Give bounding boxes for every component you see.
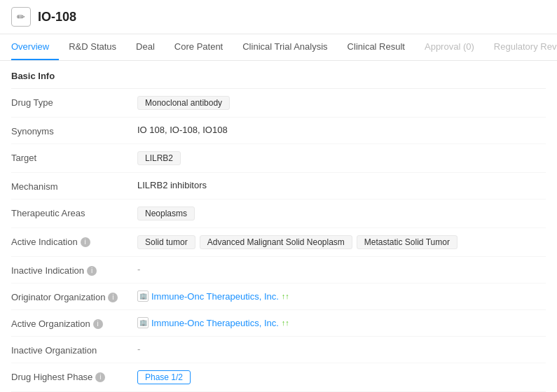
info-row: Originator Organizationi🏢Immune-Onc Ther… [11, 284, 546, 310]
text-value: IO 108, IO-108, IO108 [137, 125, 228, 135]
page-title: IO-108 [38, 10, 76, 24]
row-label: Target [11, 151, 137, 163]
org-icon: 🏢 [137, 317, 149, 328]
row-value: 🏢Immune-Onc Therapeutics, Inc.↑↑ [137, 317, 546, 328]
org-link[interactable]: 🏢Immune-Onc Therapeutics, Inc.↑↑ [137, 317, 289, 328]
row-value: LILRB2 inhibitors [137, 180, 546, 190]
row-label: Originator Organizationi [11, 290, 137, 302]
info-row: SynonymsIO 108, IO-108, IO108 [11, 118, 546, 144]
org-link[interactable]: 🏢Immune-Onc Therapeutics, Inc.↑↑ [137, 290, 289, 302]
drug-icon: ✏ [11, 7, 31, 27]
empty-value: - [137, 264, 140, 274]
row-value: Solid tumorAdvanced Malignant Solid Neop… [137, 235, 546, 249]
page-header: ✏ IO-108 [0, 0, 557, 34]
empty-value: - [137, 344, 140, 354]
row-value: Neoplasms [137, 206, 546, 220]
tag: Advanced Malignant Solid Neoplasm [200, 235, 352, 249]
row-label: Mechanism [11, 180, 137, 192]
info-icon[interactable]: i [81, 237, 90, 247]
tag: LILRB2 [137, 151, 181, 165]
row-label: Drug Type [11, 96, 137, 108]
info-row: Inactive Organization- [11, 337, 546, 363]
section-title-basic-info: Basic Info [11, 61, 546, 89]
row-label: Inactive Indicationi [11, 264, 137, 276]
tab-r-d-status[interactable]: R&D Status [59, 34, 126, 60]
info-row: Therapeutic AreasNeoplasms [11, 200, 546, 228]
row-value: 🏢Immune-Onc Therapeutics, Inc.↑↑ [137, 290, 546, 302]
tag: Metastatic Solid Tumor [357, 235, 458, 249]
tab-regulatory-review--0-: Regulatory Review (0) [484, 34, 557, 60]
tab-approval--0-: Approval (0) [415, 34, 484, 60]
row-value: - [137, 344, 546, 354]
tab-clinical-result[interactable]: Clinical Result [338, 34, 415, 60]
org-name: Immune-Onc Therapeutics, Inc. [151, 318, 279, 328]
row-value: - [137, 264, 546, 274]
row-label: Inactive Organization [11, 344, 137, 356]
row-label: Active Organizationi [11, 317, 137, 329]
row-label: Drug Highest Phasei [11, 370, 137, 382]
tag: Solid tumor [137, 235, 195, 249]
row-value: IO 108, IO-108, IO108 [137, 125, 546, 135]
tab-deal[interactable]: Deal [126, 34, 165, 60]
info-icon[interactable]: i [95, 372, 105, 382]
row-label: Therapeutic Areas [11, 206, 137, 218]
row-value: Phase 1/2 [137, 370, 546, 384]
info-row: MechanismLILRB2 inhibitors [11, 173, 546, 200]
info-row: Inactive Indicationi- [11, 257, 546, 284]
info-table: Drug TypeMonoclonal antibodySynonymsIO 1… [11, 89, 546, 392]
org-icon: 🏢 [137, 290, 149, 302]
row-label: Synonyms [11, 125, 137, 136]
phase-tag: Phase 1/2 [137, 370, 191, 384]
info-icon[interactable]: i [108, 293, 118, 302]
trend-icon: ↑↑ [282, 292, 289, 300]
tab-clinical-trial-analysis[interactable]: Clinical Trial Analysis [233, 34, 337, 60]
nav-tabs: OverviewR&D StatusDealCore PatentClinica… [0, 34, 557, 61]
tag: Neoplasms [137, 206, 195, 220]
tag: Monoclonal antibody [137, 96, 230, 110]
row-value: Monoclonal antibody [137, 96, 546, 110]
info-icon[interactable]: i [87, 266, 97, 276]
info-row: Drug Highest PhaseiPhase 1/2 [11, 363, 546, 392]
info-row: Active IndicationiSolid tumorAdvanced Ma… [11, 228, 546, 257]
info-row: TargetLILRB2 [11, 144, 546, 173]
info-row: Active Organizationi🏢Immune-Onc Therapeu… [11, 310, 546, 337]
info-row: Drug TypeMonoclonal antibody [11, 89, 546, 118]
main-content: Basic Info Drug TypeMonoclonal antibodyS… [0, 61, 557, 392]
row-value: LILRB2 [137, 151, 546, 165]
tab-core-patent[interactable]: Core Patent [165, 34, 233, 60]
tab-overview[interactable]: Overview [11, 34, 59, 60]
org-name: Immune-Onc Therapeutics, Inc. [151, 291, 279, 302]
text-value: LILRB2 inhibitors [137, 180, 207, 190]
row-label: Active Indicationi [11, 235, 137, 247]
trend-icon: ↑↑ [282, 318, 289, 327]
info-icon[interactable]: i [93, 319, 103, 329]
